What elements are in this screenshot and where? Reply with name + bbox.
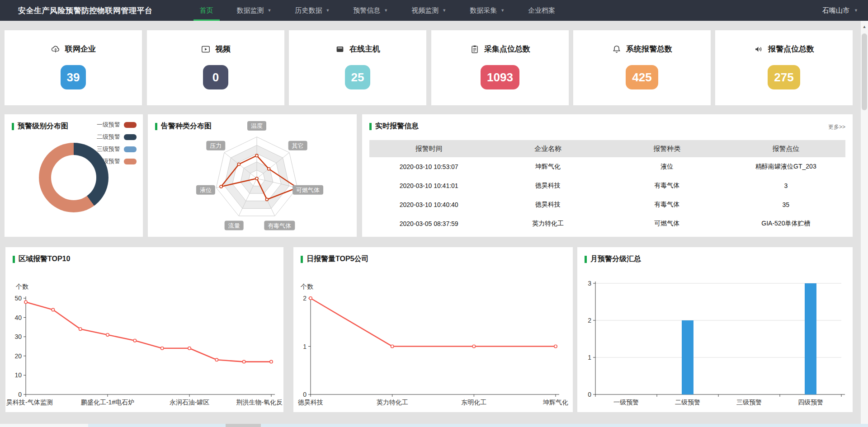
scroll-up-icon[interactable]: ▲ bbox=[861, 24, 868, 29]
chevron-down-icon: ▼ bbox=[442, 8, 446, 13]
stat-value-badge: 1093 bbox=[481, 65, 519, 89]
page-scrollbar[interactable]: ▲ bbox=[861, 21, 868, 427]
nav-item-data-collect[interactable]: 数据采集 ▼ bbox=[458, 0, 516, 21]
panel-region-alarm-top10: 区域报警TOP10 个数01020304050昊科技-气体监测鹏盛化工-1#电石… bbox=[5, 247, 283, 412]
video-icon bbox=[201, 44, 211, 54]
nav-item-warning-info[interactable]: 预警信息 ▼ bbox=[341, 0, 400, 21]
legend-item[interactable]: 二级预警 bbox=[97, 133, 137, 141]
more-link[interactable]: 更多>> bbox=[828, 123, 845, 131]
svg-text:东明化工: 东明化工 bbox=[461, 399, 486, 406]
stat-label: 报警点位总数 bbox=[768, 44, 814, 54]
bottom-strip-segment bbox=[226, 424, 261, 427]
svg-text:坤辉气化: 坤辉气化 bbox=[542, 399, 568, 406]
nav-label: 视频监测 bbox=[411, 6, 439, 15]
svg-text:40: 40 bbox=[14, 314, 22, 321]
stat-card-videos: 视频 0 bbox=[147, 30, 284, 105]
svg-text:二级预警: 二级预警 bbox=[675, 399, 700, 406]
svg-text:个数: 个数 bbox=[15, 283, 28, 290]
col-header-alarm-point: 报警点位 bbox=[726, 145, 845, 153]
cell-enterprise: 德昊科技 bbox=[488, 201, 607, 209]
cell-alarm-point: 35 bbox=[726, 201, 845, 208]
svg-text:永润石油-罐区: 永润石油-罐区 bbox=[170, 399, 210, 406]
alarm-table: 报警时间 企业名称 报警种类 报警点位 2020-03-10 10:53:07 … bbox=[369, 140, 845, 233]
nav-label: 历史数据 bbox=[295, 6, 322, 15]
table-header-row: 报警时间 企业名称 报警种类 报警点位 bbox=[369, 140, 845, 157]
legend-swatch bbox=[124, 159, 137, 164]
nav-label: 数据监测 bbox=[237, 6, 264, 15]
svg-text:德昊科技: 德昊科技 bbox=[297, 399, 323, 406]
legend-item[interactable]: 三级预警 bbox=[97, 145, 137, 153]
donut-chart bbox=[39, 143, 108, 212]
cell-alarm-point: GIA-520单体贮槽 bbox=[726, 220, 845, 228]
cell-alarm-point: 精醇南罐液位GT_203 bbox=[726, 163, 845, 171]
panel-daily-alarm-top5: 日报警量TOP5公司 个数012德昊科技英力特化工东明化工坤辉气化 bbox=[293, 247, 573, 412]
nav-item-data-monitor[interactable]: 数据监测 ▼ bbox=[225, 0, 283, 21]
nav-item-history-data[interactable]: 历史数据 ▼ bbox=[283, 0, 341, 21]
stat-label: 在线主机 bbox=[349, 44, 380, 54]
scrollbar-thumb[interactable] bbox=[862, 33, 867, 110]
svg-text:一级预警: 一级预警 bbox=[613, 399, 639, 406]
nav-item-home[interactable]: 首页 bbox=[188, 0, 225, 21]
monthly-warning-bar-chart: 0123一级预警二级预警三级预警四级预警 bbox=[577, 247, 853, 412]
nav-item-video-monitor[interactable]: 视频监测 ▼ bbox=[400, 0, 458, 21]
svg-text:荆洪生物-氧化反: 荆洪生物-氧化反 bbox=[236, 399, 283, 406]
table-row: 2020-03-10 10:40:40 德昊科技 有毒气体 35 bbox=[369, 195, 845, 214]
table-row: 2020-03-10 10:41:01 德昊科技 有毒气体 3 bbox=[369, 176, 845, 195]
stat-label: 系统报警总数 bbox=[626, 44, 672, 54]
svg-text:温度: 温度 bbox=[251, 122, 263, 129]
nav-label: 首页 bbox=[200, 6, 213, 15]
cell-alarm-type: 有毒气体 bbox=[608, 182, 726, 190]
region-alarm-line-chart: 个数01020304050昊科技-气体监测鹏盛化工-1#电石炉永润石油-罐区荆洪… bbox=[5, 247, 283, 412]
cell-alarm-time: 2020-03-10 10:53:07 bbox=[369, 163, 488, 170]
nav-item-enterprise-archive[interactable]: 企业档案 bbox=[516, 0, 567, 21]
app-title: 安全生产风险预警防控物联网管理平台 bbox=[18, 5, 153, 16]
cell-enterprise: 德昊科技 bbox=[488, 182, 607, 190]
stat-value-badge: 25 bbox=[345, 65, 371, 89]
svg-text:50: 50 bbox=[14, 295, 22, 302]
stat-label: 采集点位总数 bbox=[484, 44, 530, 54]
bottom-strip bbox=[0, 424, 868, 427]
cloud-icon bbox=[51, 44, 61, 54]
svg-text:1: 1 bbox=[303, 343, 307, 350]
title-marker bbox=[12, 123, 14, 130]
panel-realtime-alarms: 实时报警信息 更多>> 报警时间 企业名称 报警种类 报警点位 2020-03-… bbox=[362, 114, 853, 237]
svg-text:2: 2 bbox=[588, 317, 591, 324]
donut-hole bbox=[51, 155, 96, 200]
svg-text:压力: 压力 bbox=[210, 142, 222, 149]
nav-label: 数据采集 bbox=[470, 6, 497, 15]
table-row: 2020-03-10 10:53:07 坤辉气化 液位 精醇南罐液位GT_203 bbox=[369, 157, 845, 176]
svg-text:20: 20 bbox=[14, 352, 22, 360]
main-nav: 首页 数据监测 ▼ 历史数据 ▼ 预警信息 ▼ 视频监测 ▼ 数据采集 ▼ bbox=[188, 0, 567, 21]
stat-value-badge: 0 bbox=[203, 65, 228, 89]
panel-title: 实时报警信息 bbox=[375, 122, 419, 131]
stat-value-badge: 39 bbox=[61, 65, 86, 89]
chevron-down-icon: ▼ bbox=[268, 8, 272, 13]
nav-label: 预警信息 bbox=[353, 6, 380, 15]
bottom-strip-segment bbox=[0, 424, 88, 427]
clipboard-icon bbox=[470, 44, 480, 54]
chevron-down-icon: ▼ bbox=[854, 8, 858, 13]
top-navbar: 安全生产风险预警防控物联网管理平台 首页 数据监测 ▼ 历史数据 ▼ 预警信息 … bbox=[0, 0, 868, 21]
svg-text:四级预警: 四级预警 bbox=[798, 399, 823, 406]
stat-card-online-hosts: 在线主机 25 bbox=[289, 30, 426, 105]
panel-title: 预警级别分布图 bbox=[18, 122, 68, 131]
svg-text:3: 3 bbox=[588, 280, 591, 287]
stat-label: 联网企业 bbox=[65, 44, 96, 54]
panel-alarm-type-radar: 告警种类分布图 温度其它可燃气体有毒气体流量液位压力 bbox=[148, 114, 357, 237]
region-selector[interactable]: 石嘴山市 ▼ bbox=[822, 0, 858, 21]
svg-text:昊科技-气体监测: 昊科技-气体监测 bbox=[6, 399, 53, 406]
cell-enterprise: 坤辉气化 bbox=[488, 163, 607, 171]
stat-value-badge: 425 bbox=[626, 65, 658, 89]
legend-label: 二级预警 bbox=[97, 133, 120, 141]
legend-item[interactable]: 一级预警 bbox=[97, 121, 137, 129]
chevron-down-icon: ▼ bbox=[384, 8, 388, 13]
cell-alarm-time: 2020-03-05 08:37:59 bbox=[369, 220, 488, 227]
cell-alarm-point: 3 bbox=[726, 182, 845, 189]
svg-text:2: 2 bbox=[303, 295, 307, 302]
region-label: 石嘴山市 bbox=[822, 6, 849, 15]
svg-text:个数: 个数 bbox=[300, 283, 313, 290]
cell-alarm-type: 液位 bbox=[608, 163, 726, 171]
stat-card-alarm-points: 报警点位总数 275 bbox=[715, 30, 853, 105]
cell-alarm-time: 2020-03-10 10:40:40 bbox=[369, 201, 488, 208]
legend-label: 一级预警 bbox=[97, 121, 120, 129]
